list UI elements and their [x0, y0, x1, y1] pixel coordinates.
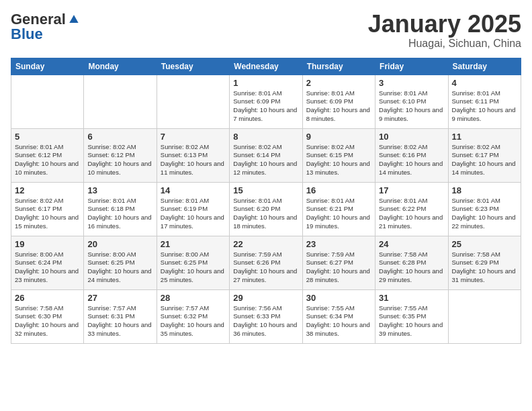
- day-detail: Sunrise: 8:02 AM Sunset: 6:16 PM Dayligh…: [379, 143, 444, 177]
- day-detail: Sunrise: 8:00 AM Sunset: 6:25 PM Dayligh…: [161, 250, 226, 285]
- day-number: 15: [233, 185, 298, 195]
- day-number: 23: [306, 239, 371, 249]
- calendar-cell: [84, 75, 157, 128]
- day-detail: Sunrise: 8:01 AM Sunset: 6:10 PM Dayligh…: [379, 89, 444, 124]
- day-detail: Sunrise: 8:01 AM Sunset: 6:09 PM Dayligh…: [233, 89, 298, 124]
- calendar-cell: 3Sunrise: 8:01 AM Sunset: 6:10 PM Daylig…: [375, 75, 448, 128]
- day-detail: Sunrise: 8:01 AM Sunset: 6:23 PM Dayligh…: [452, 197, 517, 231]
- day-detail: Sunrise: 8:01 AM Sunset: 6:09 PM Dayligh…: [306, 89, 371, 124]
- calendar-cell: 25Sunrise: 7:58 AM Sunset: 6:29 PM Dayli…: [448, 236, 521, 289]
- day-detail: Sunrise: 8:02 AM Sunset: 6:13 PM Dayligh…: [161, 143, 226, 177]
- day-number: 6: [87, 132, 152, 142]
- day-detail: Sunrise: 8:01 AM Sunset: 6:12 PM Dayligh…: [15, 143, 80, 177]
- calendar-cell: 22Sunrise: 7:59 AM Sunset: 6:26 PM Dayli…: [230, 236, 302, 289]
- day-number: 19: [15, 239, 80, 249]
- calendar-cell: 6Sunrise: 8:02 AM Sunset: 6:12 PM Daylig…: [84, 128, 157, 182]
- calendar-cell: 10Sunrise: 8:02 AM Sunset: 6:16 PM Dayli…: [375, 128, 448, 182]
- weekday-header: Monday: [84, 58, 157, 75]
- day-number: 3: [379, 78, 444, 88]
- weekday-header: Friday: [375, 58, 448, 75]
- day-detail: Sunrise: 8:00 AM Sunset: 6:24 PM Dayligh…: [15, 250, 80, 285]
- day-number: 11: [452, 132, 517, 142]
- day-number: 31: [379, 293, 444, 303]
- calendar-cell: 18Sunrise: 8:01 AM Sunset: 6:23 PM Dayli…: [448, 182, 521, 236]
- calendar-cell: 23Sunrise: 7:59 AM Sunset: 6:27 PM Dayli…: [302, 236, 375, 289]
- calendar-cell: 29Sunrise: 7:56 AM Sunset: 6:33 PM Dayli…: [230, 289, 302, 343]
- day-number: 27: [87, 293, 152, 303]
- calendar-week-row: 1Sunrise: 8:01 AM Sunset: 6:09 PM Daylig…: [11, 75, 521, 128]
- day-detail: Sunrise: 7:56 AM Sunset: 6:33 PM Dayligh…: [233, 304, 298, 338]
- page-header: General Blue January 2025 Huagai, Sichua…: [11, 11, 521, 50]
- calendar-table: SundayMondayTuesdayWednesdayThursdayFrid…: [11, 58, 521, 344]
- title-block: January 2025 Huagai, Sichuan, China: [368, 11, 521, 50]
- calendar-cell: 17Sunrise: 8:01 AM Sunset: 6:22 PM Dayli…: [375, 182, 448, 236]
- weekday-header: Saturday: [448, 58, 521, 75]
- location: Huagai, Sichuan, China: [368, 38, 521, 50]
- day-number: 12: [15, 185, 80, 195]
- day-detail: Sunrise: 8:01 AM Sunset: 6:18 PM Dayligh…: [87, 197, 152, 231]
- logo-blue-text: Blue: [11, 26, 43, 43]
- calendar-cell: [11, 75, 84, 128]
- calendar-cell: 28Sunrise: 7:57 AM Sunset: 6:32 PM Dayli…: [157, 289, 229, 343]
- calendar-cell: 8Sunrise: 8:02 AM Sunset: 6:14 PM Daylig…: [230, 128, 302, 182]
- logo-icon: [67, 13, 81, 26]
- weekday-header: Sunday: [11, 58, 84, 75]
- calendar-cell: 4Sunrise: 8:01 AM Sunset: 6:11 PM Daylig…: [448, 75, 521, 128]
- day-detail: Sunrise: 8:02 AM Sunset: 6:14 PM Dayligh…: [233, 143, 298, 177]
- day-number: 5: [15, 132, 80, 142]
- day-detail: Sunrise: 7:58 AM Sunset: 6:28 PM Dayligh…: [379, 250, 444, 285]
- day-number: 4: [452, 78, 517, 88]
- day-number: 25: [452, 239, 517, 249]
- day-detail: Sunrise: 7:59 AM Sunset: 6:26 PM Dayligh…: [233, 250, 298, 285]
- calendar-cell: 9Sunrise: 8:02 AM Sunset: 6:15 PM Daylig…: [302, 128, 375, 182]
- day-number: 22: [233, 239, 298, 249]
- calendar-cell: 16Sunrise: 8:01 AM Sunset: 6:21 PM Dayli…: [302, 182, 375, 236]
- svg-marker-0: [69, 15, 78, 23]
- calendar-cell: 21Sunrise: 8:00 AM Sunset: 6:25 PM Dayli…: [157, 236, 229, 289]
- day-detail: Sunrise: 7:57 AM Sunset: 6:32 PM Dayligh…: [161, 304, 226, 338]
- day-number: 13: [87, 185, 152, 195]
- day-number: 8: [233, 132, 298, 142]
- calendar-cell: [157, 75, 229, 128]
- calendar-cell: [448, 289, 521, 343]
- calendar-cell: 13Sunrise: 8:01 AM Sunset: 6:18 PM Dayli…: [84, 182, 157, 236]
- calendar-week-row: 19Sunrise: 8:00 AM Sunset: 6:24 PM Dayli…: [11, 236, 521, 289]
- day-number: 1: [233, 78, 298, 88]
- day-detail: Sunrise: 8:02 AM Sunset: 6:17 PM Dayligh…: [15, 197, 80, 231]
- calendar-cell: 14Sunrise: 8:01 AM Sunset: 6:19 PM Dayli…: [157, 182, 229, 236]
- day-number: 20: [87, 239, 152, 249]
- day-detail: Sunrise: 7:55 AM Sunset: 6:35 PM Dayligh…: [379, 304, 444, 338]
- day-detail: Sunrise: 7:59 AM Sunset: 6:27 PM Dayligh…: [306, 250, 371, 285]
- day-number: 7: [161, 132, 226, 142]
- day-detail: Sunrise: 7:55 AM Sunset: 6:34 PM Dayligh…: [306, 304, 371, 338]
- calendar-cell: 24Sunrise: 7:58 AM Sunset: 6:28 PM Dayli…: [375, 236, 448, 289]
- calendar-cell: 15Sunrise: 8:01 AM Sunset: 6:20 PM Dayli…: [230, 182, 302, 236]
- calendar-cell: 11Sunrise: 8:02 AM Sunset: 6:17 PM Dayli…: [448, 128, 521, 182]
- day-number: 16: [306, 185, 371, 195]
- day-detail: Sunrise: 8:02 AM Sunset: 6:17 PM Dayligh…: [452, 143, 517, 177]
- calendar-cell: 27Sunrise: 7:57 AM Sunset: 6:31 PM Dayli…: [84, 289, 157, 343]
- day-number: 24: [379, 239, 444, 249]
- day-detail: Sunrise: 7:58 AM Sunset: 6:30 PM Dayligh…: [15, 304, 80, 338]
- weekday-header: Wednesday: [230, 58, 302, 75]
- calendar-cell: 31Sunrise: 7:55 AM Sunset: 6:35 PM Dayli…: [375, 289, 448, 343]
- day-detail: Sunrise: 8:01 AM Sunset: 6:22 PM Dayligh…: [379, 197, 444, 231]
- day-number: 10: [379, 132, 444, 142]
- day-detail: Sunrise: 8:01 AM Sunset: 6:21 PM Dayligh…: [306, 197, 371, 231]
- calendar-cell: 7Sunrise: 8:02 AM Sunset: 6:13 PM Daylig…: [157, 128, 229, 182]
- calendar-week-row: 12Sunrise: 8:02 AM Sunset: 6:17 PM Dayli…: [11, 182, 521, 236]
- day-detail: Sunrise: 8:00 AM Sunset: 6:25 PM Dayligh…: [87, 250, 152, 285]
- day-detail: Sunrise: 8:01 AM Sunset: 6:19 PM Dayligh…: [161, 197, 226, 231]
- day-detail: Sunrise: 7:57 AM Sunset: 6:31 PM Dayligh…: [87, 304, 152, 338]
- weekday-header: Tuesday: [157, 58, 229, 75]
- month-title: January 2025: [368, 11, 521, 38]
- calendar-week-row: 26Sunrise: 7:58 AM Sunset: 6:30 PM Dayli…: [11, 289, 521, 343]
- day-number: 21: [161, 239, 226, 249]
- calendar-cell: 20Sunrise: 8:00 AM Sunset: 6:25 PM Dayli…: [84, 236, 157, 289]
- day-number: 29: [233, 293, 298, 303]
- day-number: 2: [306, 78, 371, 88]
- day-detail: Sunrise: 8:02 AM Sunset: 6:15 PM Dayligh…: [306, 143, 371, 177]
- day-detail: Sunrise: 8:01 AM Sunset: 6:11 PM Dayligh…: [452, 89, 517, 124]
- calendar-cell: 2Sunrise: 8:01 AM Sunset: 6:09 PM Daylig…: [302, 75, 375, 128]
- day-number: 30: [306, 293, 371, 303]
